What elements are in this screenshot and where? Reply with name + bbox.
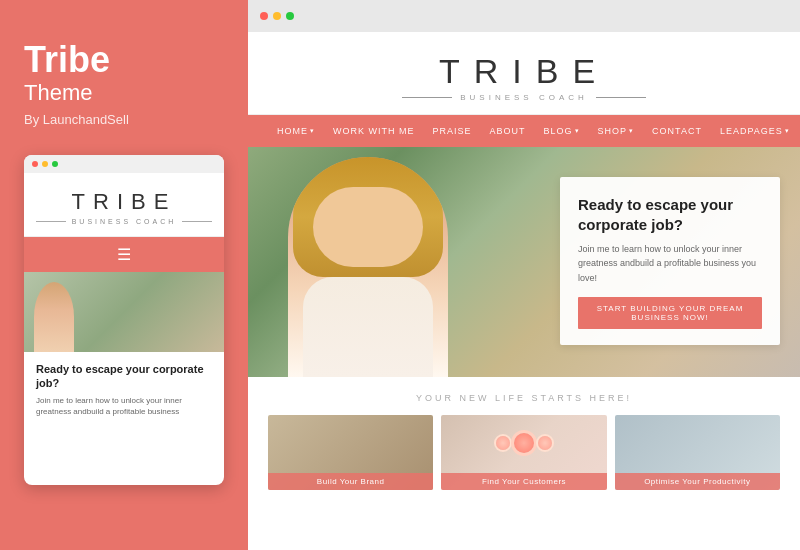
desktop-site: TRIBE BUSINESS COACH HOME ▾ WORK WITH ME…: [248, 32, 800, 550]
nav-item-about[interactable]: ABOUT: [481, 115, 535, 147]
site-header: TRIBE BUSINESS COACH: [248, 32, 800, 115]
mobile-browser-bar: [24, 155, 224, 173]
site-hero: Ready to escape your corporate job? Join…: [248, 147, 800, 377]
desktop-browser-bar: [248, 0, 800, 32]
feature-card-brand-label: Build Your Brand: [268, 473, 433, 490]
mobile-hero-person: [34, 282, 74, 352]
mobile-dot-red: [32, 161, 38, 167]
left-panel: Tribe Theme By LaunchandSell TRIBE BUSIN…: [0, 0, 248, 550]
right-panel: TRIBE BUSINESS COACH HOME ▾ WORK WITH ME…: [248, 0, 800, 550]
nav-item-workwithme[interactable]: WORK WITH ME: [324, 115, 424, 147]
nav-item-blog[interactable]: BLOG ▾: [535, 115, 589, 147]
theme-author: By LaunchandSell: [24, 112, 224, 127]
site-nav: HOME ▾ WORK WITH ME PRAISE ABOUT BLOG ▾ …: [248, 115, 800, 147]
nav-item-contact[interactable]: CONTACT: [643, 115, 711, 147]
feature-card-customers-label: Find Your Customers: [441, 473, 606, 490]
desktop-dot-red: [260, 12, 268, 20]
mobile-dot-yellow: [42, 161, 48, 167]
hero-person-face: [313, 187, 423, 267]
mobile-logo-area: TRIBE BUSINESS COACH: [24, 173, 224, 237]
feature-cards: Build Your Brand Find Your Customers Opt…: [268, 415, 780, 490]
desktop-dot-yellow: [273, 12, 281, 20]
feature-card-customers: Find Your Customers: [441, 415, 606, 490]
nav-item-praise[interactable]: PRAISE: [424, 115, 481, 147]
hero-person-body: [303, 277, 433, 377]
theme-title: Tribe Theme: [24, 40, 224, 106]
mobile-content-card: Ready to escape your corporate job? Join…: [24, 352, 224, 428]
section-subtitle: YOUR NEW LIFE STARTS HERE!: [268, 393, 780, 403]
hero-card-text: Join me to learn how to unlock your inne…: [578, 242, 762, 285]
mobile-dot-green: [52, 161, 58, 167]
flower-sm-1: [496, 436, 510, 450]
mobile-card-text: Join me to learn how to unlock your inne…: [36, 395, 212, 417]
mobile-hero-image: [24, 272, 224, 352]
hamburger-icon: ☰: [117, 246, 131, 263]
hero-card: Ready to escape your corporate job? Join…: [560, 177, 780, 345]
hero-cta-button[interactable]: Start building your dream business now!: [578, 297, 762, 329]
mobile-logo-divider: BUSINESS COACH: [34, 218, 214, 225]
site-logo-sub: BUSINESS COACH: [460, 93, 588, 102]
nav-item-shop[interactable]: SHOP ▾: [589, 115, 644, 147]
site-logo-text: TRIBE: [288, 52, 760, 91]
mobile-preview: TRIBE BUSINESS COACH ☰ Ready to escape y…: [24, 155, 224, 485]
flower-sm-2: [538, 436, 552, 450]
feature-card-productivity: Optimise Your Productivity: [615, 415, 780, 490]
flower-lg: [514, 433, 534, 453]
hero-person: [288, 157, 448, 377]
feature-card-brand: Build Your Brand: [268, 415, 433, 490]
mobile-card-title: Ready to escape your corporate job?: [36, 362, 212, 391]
hero-card-title: Ready to escape your corporate job?: [578, 195, 762, 234]
nav-item-leadpages[interactable]: LEADPAGES ▾: [711, 115, 799, 147]
site-below-hero: YOUR NEW LIFE STARTS HERE! Build Your Br…: [248, 377, 800, 506]
mobile-nav-bar: ☰: [24, 237, 224, 272]
card2-decoration: [441, 415, 606, 470]
feature-card-productivity-label: Optimise Your Productivity: [615, 473, 780, 490]
desktop-dot-green: [286, 12, 294, 20]
nav-item-home[interactable]: HOME ▾: [268, 115, 324, 147]
mobile-logo-sub: BUSINESS COACH: [72, 218, 177, 225]
site-logo-divider: BUSINESS COACH: [288, 93, 760, 102]
mobile-logo-text: TRIBE: [34, 189, 214, 215]
